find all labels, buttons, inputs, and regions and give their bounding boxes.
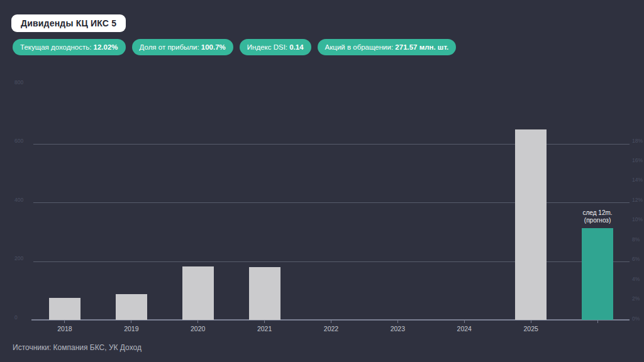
right-axis-label-18%: 18% xyxy=(632,138,644,144)
right-axis-label-6%: 6% xyxy=(632,256,644,262)
right-axis-label-12%: 12% xyxy=(632,197,644,203)
category-tick xyxy=(264,320,265,323)
category-tick xyxy=(197,320,198,323)
right-axis-label-0%: 0% xyxy=(632,315,644,322)
dividend-bar-2020 xyxy=(182,266,214,320)
dividend-bar-2025 xyxy=(515,129,547,320)
left-axis-label-200: 200 xyxy=(14,255,33,261)
category-tick xyxy=(331,320,331,323)
category-tick xyxy=(597,320,598,323)
category-tick xyxy=(131,320,131,323)
x-axis-label-2022: 2022 xyxy=(309,325,353,332)
x-axis-label-2024: 2024 xyxy=(442,325,486,332)
right-axis-label-14%: 14% xyxy=(632,177,644,183)
category-tick xyxy=(64,320,65,323)
dividend-bar-2018 xyxy=(49,298,80,320)
left-axis-label-600: 600 xyxy=(14,138,33,144)
x-axis-label-2020: 2020 xyxy=(176,325,220,332)
dividend-bar-2019 xyxy=(116,294,147,320)
category-tick xyxy=(464,320,465,323)
left-axis-label-800: 800 xyxy=(14,79,33,85)
category-tick xyxy=(397,320,398,323)
right-axis-label-16%: 16% xyxy=(632,157,644,163)
x-axis-label-2025: 2025 xyxy=(509,325,553,332)
source-note: Источники: Компания БКС, УК Доход xyxy=(13,343,142,352)
x-axis-label-2019: 2019 xyxy=(109,325,153,332)
x-axis-label-2023: 2023 xyxy=(375,325,419,332)
dividends-bar-chart: 02004006008000%2%4%6%8%10%12%14%16%18%20… xyxy=(0,0,644,362)
forecast-bar xyxy=(582,228,613,320)
x-axis-label-2018: 2018 xyxy=(43,325,87,332)
category-tick xyxy=(531,320,531,323)
right-axis-label-8%: 8% xyxy=(632,236,644,243)
right-axis-label-10%: 10% xyxy=(632,216,644,222)
right-axis-label-4%: 4% xyxy=(632,276,644,282)
left-axis-label-0: 0 xyxy=(14,314,33,321)
left-axis-label-400: 400 xyxy=(14,197,33,203)
right-axis-label-2%: 2% xyxy=(632,295,644,302)
dividend-bar-2021 xyxy=(249,267,280,320)
x-axis-label-2021: 2021 xyxy=(243,325,287,332)
forecast-annotation: след 12m. (прогноз) xyxy=(563,209,632,224)
dividends-dashboard: Дивиденды КЦ ИКС 5 Текущая доходность: 1… xyxy=(0,0,644,362)
